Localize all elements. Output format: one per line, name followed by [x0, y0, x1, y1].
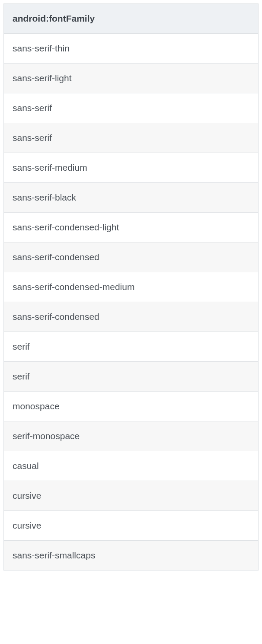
table-row: sans-serif-thin	[4, 34, 259, 64]
font-value: sans-serif-medium	[4, 153, 259, 183]
table-row: sans-serif-light	[4, 64, 259, 93]
font-value: sans-serif-smallcaps	[4, 541, 259, 571]
table-row: serif-monospace	[4, 421, 259, 451]
font-value: serif	[4, 332, 259, 362]
font-value: cursive	[4, 511, 259, 541]
table-row: sans-serif	[4, 123, 259, 153]
table-row: sans-serif-condensed-light	[4, 213, 259, 242]
table-row: sans-serif-medium	[4, 153, 259, 183]
font-value: sans-serif-black	[4, 183, 259, 213]
table-row: casual	[4, 451, 259, 481]
font-value: sans-serif	[4, 93, 259, 123]
font-value: sans-serif-thin	[4, 34, 259, 64]
table-row: sans-serif	[4, 93, 259, 123]
font-value: cursive	[4, 481, 259, 511]
table-row: serif	[4, 362, 259, 392]
font-family-table: android:fontFamily sans-serif-thin sans-…	[3, 3, 259, 571]
font-value: sans-serif-condensed-light	[4, 213, 259, 242]
font-value: monospace	[4, 392, 259, 421]
table-row: sans-serif-condensed	[4, 302, 259, 332]
table-row: monospace	[4, 392, 259, 421]
table-row: sans-serif-condensed	[4, 242, 259, 272]
font-value: serif	[4, 362, 259, 392]
table-header: android:fontFamily	[4, 4, 259, 34]
font-value: serif-monospace	[4, 421, 259, 451]
font-value: sans-serif-condensed	[4, 242, 259, 272]
table-row: cursive	[4, 481, 259, 511]
table-row: sans-serif-smallcaps	[4, 541, 259, 571]
font-value: sans-serif-light	[4, 64, 259, 93]
font-value: sans-serif	[4, 123, 259, 153]
table-row: sans-serif-black	[4, 183, 259, 213]
font-value: sans-serif-condensed	[4, 302, 259, 332]
font-value: casual	[4, 451, 259, 481]
font-value: sans-serif-condensed-medium	[4, 272, 259, 302]
table-row: serif	[4, 332, 259, 362]
table-row: sans-serif-condensed-medium	[4, 272, 259, 302]
table-row: cursive	[4, 511, 259, 541]
